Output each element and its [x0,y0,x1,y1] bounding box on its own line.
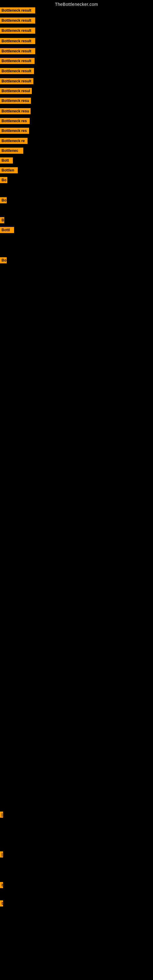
bottleneck-badge-container: Bottleneck res [0,128,29,135]
bottleneck-badge-container: Bottleneck re [0,138,27,145]
bottleneck-badge-container: Bottl [0,227,14,234]
bottleneck-badge-14[interactable]: Bottleneck re [0,138,27,144]
bottleneck-badge-container: Bottleneck resu [0,98,31,105]
bottleneck-badge-container: b [0,882,3,889]
bottleneck-badge-16[interactable]: Bott [0,158,13,164]
bottleneck-badge-container: Bottleneck result [0,58,35,65]
bottleneck-badge-15[interactable]: Bottlenec [0,148,23,154]
bottleneck-badge-container: Bottleneck result [0,48,35,56]
bottleneck-badge-container: b [0,900,3,908]
bottleneck-badge-2[interactable]: Bottleneck result [0,18,35,24]
bottleneck-badge-container: Bottleneck result [0,78,33,86]
bottleneck-badge-container: B [0,217,4,224]
bottleneck-badge-12[interactable]: Bottleneck res [0,118,30,124]
bottleneck-badge-23[interactable]: | [0,811,3,818]
bottleneck-badge-26[interactable]: b [0,900,3,907]
bottleneck-badge-container: Bottlen [0,167,18,175]
bottleneck-badge-11[interactable]: Bottleneck resu [0,108,30,114]
bottleneck-badge-9[interactable]: Bottleneck resul [0,88,32,94]
bottleneck-badge-container: Bo [0,257,7,265]
bottleneck-badge-container: Bott [0,158,13,165]
bottleneck-badge-container: | [0,811,3,819]
bottleneck-badge-7[interactable]: Bottleneck result [0,68,34,74]
bottleneck-badge-container: Bottlenec [0,148,23,155]
bottleneck-badge-container: Bottleneck res [0,118,30,125]
bottleneck-badge-container: Bottleneck result [0,68,34,75]
bottleneck-badge-container: Bottleneck resu [0,108,30,115]
bottleneck-badge-19[interactable]: Bo [0,197,7,204]
site-title: TheBottlenecker.com [0,0,153,8]
bottleneck-badge-container: Bo [0,177,7,185]
bottleneck-badge-21[interactable]: Bottl [0,227,14,233]
bottleneck-badge-13[interactable]: Bottleneck res [0,128,29,134]
bottleneck-badge-container: Bottleneck result [0,18,35,25]
bottleneck-badge-container: Bo [0,197,7,205]
bottleneck-badge-container: Bottleneck resul [0,88,32,95]
bottleneck-badge-container: Bottleneck result [0,7,35,15]
bottleneck-badge-20[interactable]: B [0,217,4,223]
bottleneck-badge-17[interactable]: Bottlen [0,167,18,173]
bottleneck-badge-8[interactable]: Bottleneck result [0,78,33,84]
bottleneck-badge-18[interactable]: Bo [0,177,7,183]
bottleneck-badge-container: | [0,851,3,859]
bottleneck-badge-25[interactable]: b [0,882,3,888]
bottleneck-badge-10[interactable]: Bottleneck resu [0,98,31,104]
bottleneck-badge-24[interactable]: | [0,851,3,858]
bottleneck-badge-3[interactable]: Bottleneck result [0,27,35,34]
bottleneck-badge-container: Bottleneck result [0,27,35,35]
bottleneck-badge-container: Bottleneck result [0,38,35,45]
bottleneck-badge-6[interactable]: Bottleneck result [0,58,35,64]
bottleneck-badge-4[interactable]: Bottleneck result [0,38,35,44]
bottleneck-badge-5[interactable]: Bottleneck result [0,48,35,54]
bottleneck-badge-1[interactable]: Bottleneck result [0,7,35,13]
bottleneck-badge-22[interactable]: Bo [0,257,7,263]
